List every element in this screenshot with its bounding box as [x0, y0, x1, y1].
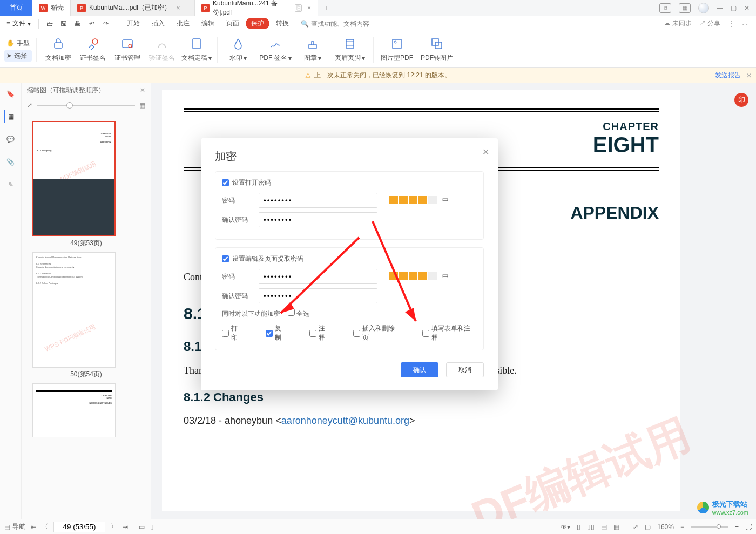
watermark-button[interactable]: 水印▾ — [221, 36, 255, 63]
mode-1-icon[interactable]: ⧉ — [659, 3, 671, 13]
last-page-button[interactable]: ⇥ — [123, 523, 128, 531]
sidebar-comments[interactable]: 💬 — [4, 133, 17, 146]
sidebar-attachments[interactable]: 📎 — [4, 156, 17, 168]
lock-icon — [51, 36, 66, 51]
encrypt-doc-button[interactable]: 文档加密 — [41, 36, 76, 63]
undo-icon[interactable]: ↶ — [85, 17, 98, 30]
share-button[interactable]: ↗ 分享 — [699, 19, 720, 28]
search-input[interactable] — [311, 20, 397, 28]
tab-doc-2[interactable]: P KubuntuManu...241 备份].pdf ⎘ × — [195, 0, 318, 16]
sidebar-signatures[interactable]: ✎ — [4, 178, 17, 191]
edit-password-confirm-input[interactable] — [259, 288, 377, 303]
view-single-icon[interactable]: ▭ — [139, 523, 145, 531]
cert-manage-button[interactable]: 证书管理 — [110, 36, 145, 63]
stamp-button[interactable]: 图章▾ — [295, 36, 330, 63]
opt-annotate[interactable]: 注释 — [309, 324, 332, 342]
fullscreen-icon[interactable]: ⛶ — [745, 523, 752, 531]
save-icon[interactable]: 🖫 — [57, 17, 70, 30]
pdf-sign-button[interactable]: PDF 签名▾ — [255, 36, 295, 63]
file-menu[interactable]: ≡ 文件 ▾ — [3, 19, 34, 28]
window-close-button[interactable]: ✕ — [744, 4, 750, 12]
thumbnail-51[interactable]: CHAPTERNINE INDICES AND TABLES — [32, 383, 140, 437]
layout-1-icon[interactable]: ▯ — [577, 523, 580, 531]
close-icon[interactable]: × — [176, 4, 180, 12]
eye-icon[interactable]: 👁▾ — [561, 523, 570, 531]
menu-start[interactable]: 开始 — [122, 19, 145, 28]
zoom-in-button[interactable]: + — [735, 523, 739, 531]
cancel-button[interactable]: 取消 — [446, 362, 484, 377]
more-icon[interactable]: ⋮ — [728, 20, 734, 28]
redo-icon[interactable]: ↷ — [99, 17, 112, 30]
menu-convert[interactable]: 转换 — [271, 19, 294, 28]
set-edit-password-check[interactable]: 设置编辑及页面提取密码 — [222, 254, 477, 263]
first-page-button[interactable]: ⇤ — [31, 523, 36, 531]
layout-3-icon[interactable]: ▤ — [601, 523, 607, 531]
menu-comment[interactable]: 批注 — [171, 19, 195, 28]
fit-width-icon[interactable]: ⤢ — [27, 102, 32, 109]
opt-insert-delete[interactable]: 插入和删除页 — [353, 324, 401, 342]
email-link[interactable]: aaronhoneycutt@kubuntu.org — [281, 415, 409, 426]
opt-print[interactable]: 打印 — [222, 324, 244, 342]
select-tool[interactable]: ➤选择 — [4, 50, 32, 62]
opt-fill-form[interactable]: 填写表单和注释 — [422, 324, 477, 342]
sidebar-thumbnails[interactable]: ▦ — [4, 110, 17, 123]
close-icon[interactable]: ✕ — [746, 72, 752, 79]
svg-rect-6 — [346, 39, 354, 48]
nav-panel-toggle[interactable]: ▤ 导航 — [4, 522, 25, 531]
ok-button[interactable]: 确认 — [401, 362, 438, 377]
layout-2-icon[interactable]: ▯▯ — [587, 523, 595, 531]
avatar[interactable] — [698, 3, 709, 13]
checkbox[interactable] — [222, 255, 229, 262]
thumb-grid-icon[interactable]: ▦ — [139, 102, 145, 109]
next-page-button[interactable]: 〉 — [111, 522, 117, 531]
image-pdf-button[interactable]: 图片型PDF — [377, 36, 417, 63]
finalize-button[interactable]: 文档定稿▾ — [179, 36, 214, 63]
close-icon[interactable]: ✕ — [140, 86, 145, 94]
pdf-to-image-button[interactable]: PDF转图片 — [417, 36, 457, 63]
window-minimize-button[interactable]: — — [717, 4, 723, 12]
save-badge-icon[interactable]: ⎘ — [295, 4, 302, 12]
checkbox[interactable] — [222, 179, 229, 186]
page-input[interactable] — [53, 522, 105, 532]
zoom-out-button[interactable]: − — [680, 523, 684, 531]
mode-2-icon[interactable]: ▦ — [679, 3, 691, 13]
sync-button[interactable]: ☁ 未同步 — [664, 19, 691, 28]
hand-tool[interactable]: ✋手型 — [4, 38, 32, 49]
header-footer-button[interactable]: 页眉页脚▾ — [330, 36, 370, 63]
tab-shell[interactable]: W 稻壳 — [32, 0, 71, 16]
sidebar-bookmarks[interactable]: 🔖 — [4, 87, 17, 100]
print-icon[interactable]: 🖶 — [71, 17, 84, 30]
collapse-ribbon-icon[interactable]: ︿ — [742, 19, 748, 28]
menu-page[interactable]: 页面 — [221, 19, 245, 28]
verify-sign-button[interactable]: 验证签名 — [145, 36, 179, 63]
thumbnail-49[interactable]: CHAPTEREIGHT APPENDIX 8.1 Changelog WPS … — [32, 121, 140, 248]
add-tab-button[interactable]: + — [318, 4, 334, 12]
set-open-password-check[interactable]: 设置打开密码 — [222, 178, 477, 187]
send-report-link[interactable]: 发送报告 — [715, 71, 741, 80]
menu-protect[interactable]: 保护 — [246, 18, 269, 29]
select-all-check[interactable]: 全选 — [288, 309, 309, 319]
fit-page-icon[interactable]: ▢ — [645, 523, 651, 531]
layout-4-icon[interactable]: ▦ — [613, 523, 619, 531]
menu-edit[interactable]: 编辑 — [196, 19, 220, 28]
tab-doc-1[interactable]: P KubuntuMa....pdf（已加密） × — [71, 0, 195, 16]
opt-copy[interactable]: 复制 — [266, 324, 288, 342]
thumbnail-50[interactable]: Kubuntu Manual Documentation, Release do… — [32, 252, 140, 379]
open-password-input[interactable] — [259, 193, 377, 208]
close-icon[interactable]: ✕ — [482, 147, 489, 157]
menu-insert[interactable]: 插入 — [146, 19, 170, 28]
prev-page-button[interactable]: 〈 — [42, 522, 48, 531]
edit-password-input[interactable] — [259, 269, 377, 284]
pdf-badge-icon[interactable]: 印 — [734, 93, 748, 107]
close-icon[interactable]: × — [307, 4, 311, 12]
zoom-slider[interactable] — [691, 526, 728, 528]
window-maximize-button[interactable]: ▢ — [731, 4, 737, 12]
view-continuous-icon[interactable]: ▯ — [150, 523, 154, 531]
thumb-size-slider[interactable] — [37, 105, 135, 106]
fit-icon[interactable]: ⤢ — [633, 523, 638, 531]
open-password-confirm-input[interactable] — [259, 212, 377, 227]
open-icon[interactable]: 🗁 — [43, 17, 56, 30]
tab-home[interactable]: 首页 — [0, 0, 32, 16]
search-box[interactable]: 🔍 — [301, 20, 397, 28]
cert-sign-button[interactable]: 证书签名 — [76, 36, 110, 63]
